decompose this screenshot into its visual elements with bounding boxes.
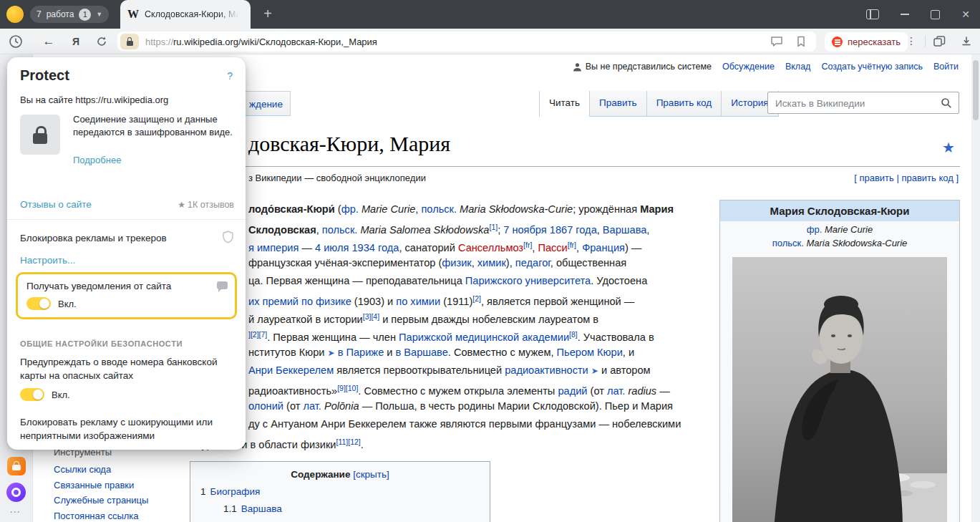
wiki-link[interactable]: польск.: [322, 224, 358, 236]
wiki-link[interactable]: Парижского университета: [465, 275, 591, 286]
red-link[interactable]: Пасси: [538, 242, 567, 253]
tab-edit[interactable]: Править: [589, 91, 646, 116]
new-tab-button[interactable]: +: [258, 4, 278, 24]
wiki-link[interactable]: их премий по физике: [248, 296, 351, 307]
tab-read[interactable]: Читать: [539, 91, 589, 117]
search-icon[interactable]: [941, 97, 952, 109]
browser-tab-active[interactable]: W Склодовская-Кюри, Ма: [120, 0, 251, 29]
sidebar-link-special[interactable]: Служебные страницы: [54, 495, 148, 506]
section-edit-links[interactable]: [ править | править код ]: [854, 173, 959, 183]
ref-sup[interactable]: [3][4]: [363, 312, 379, 321]
shield-icon[interactable]: [222, 231, 234, 243]
link-login[interactable]: Войти: [933, 62, 959, 72]
close-icon[interactable]: ✕: [961, 9, 970, 19]
wiki-link[interactable]: радиоактивности: [505, 364, 588, 376]
toc-hide-link[interactable]: [скрыть]: [353, 469, 389, 480]
text-run: й лауреаткой в истории: [248, 314, 363, 325]
bank-warning-toggle[interactable]: [20, 388, 44, 401]
wiki-link[interactable]: Варшава: [603, 224, 647, 236]
wiki-link[interactable]: Анри Беккерелем: [248, 364, 334, 376]
wiki-link[interactable]: лат.: [303, 400, 321, 412]
bookmark-flag-icon[interactable]: [796, 36, 806, 47]
site-reviews-link[interactable]: Отзывы о сайте: [20, 199, 92, 210]
red-link[interactable]: Санселльмоз: [458, 242, 523, 253]
wiki-link[interactable]: Парижской медицинской академии: [399, 332, 569, 343]
download-icon[interactable]: [959, 34, 974, 49]
sidebar-link-related[interactable]: Связанные правки: [54, 480, 134, 490]
ref-sup[interactable]: [11][12]: [336, 438, 361, 446]
side-panel-icon[interactable]: [866, 9, 879, 19]
market-app-icon[interactable]: [7, 457, 26, 475]
wiki-link[interactable]: 4 июля: [315, 242, 349, 253]
sidebar-link-whatlinkshere[interactable]: Ссылки сюда: [54, 464, 111, 475]
goto-arrow-icon[interactable]: ➤: [591, 366, 598, 376]
ref-sup[interactable]: [8]: [569, 330, 578, 339]
alice-assistant-icon[interactable]: [6, 483, 26, 502]
security-section-header: ОБЩИЕ НАСТРОЙКИ БЕЗОПАСНОСТИ: [20, 339, 183, 348]
wiki-link[interactable]: Пьером Кюри: [557, 347, 623, 358]
wiki-link[interactable]: 1867 года: [550, 224, 597, 236]
address-bar[interactable]: https://ru.wikipedia.org/wiki/Склодовска…: [117, 32, 816, 52]
scrollbar-thumb[interactable]: [973, 60, 979, 120]
ref-sup[interactable]: ][2][7]: [248, 330, 267, 339]
ref-sup[interactable]: [2]: [472, 294, 481, 303]
bag-icon: [12, 465, 21, 470]
ref-sup[interactable]: [fr]: [568, 241, 576, 249]
wiki-link[interactable]: 1934 года: [351, 242, 399, 253]
yandex-button[interactable]: Я: [69, 34, 83, 49]
link-contributions[interactable]: Вклад: [785, 62, 811, 72]
wiki-link[interactable]: в Париже: [338, 347, 384, 358]
maximize-icon[interactable]: [931, 10, 940, 19]
tab-edit-source[interactable]: Править код: [646, 91, 722, 116]
article-line: олоний (от лат. Polōnia — Польша, в чест…: [190, 397, 719, 415]
comment-bubble-icon[interactable]: [770, 36, 783, 47]
back-arrow-icon[interactable]: ←: [42, 34, 56, 49]
notification-bubble-icon[interactable]: [217, 281, 228, 289]
ref-sup[interactable]: [1]: [489, 223, 498, 231]
tab-group[interactable]: 7 работа 1 ▼: [30, 6, 109, 23]
ref-sup[interactable]: [9][10]: [337, 384, 358, 392]
help-button[interactable]: ?: [227, 70, 233, 82]
portrait-photo: [732, 257, 947, 522]
wiki-link[interactable]: педагог: [515, 257, 550, 269]
text-run: (: [335, 203, 341, 215]
wiki-link[interactable]: лат.: [607, 385, 625, 397]
wiki-link[interactable]: радий: [558, 385, 587, 397]
retell-button[interactable]: пересказать: [825, 32, 908, 52]
page-scrollbar[interactable]: [971, 54, 980, 522]
more-apps-icon[interactable]: ⋯: [9, 506, 20, 518]
toc-link-biography[interactable]: Биография: [210, 486, 261, 497]
goto-arrow-icon[interactable]: ➤: [328, 348, 335, 358]
kebab-menu-icon[interactable]: ⋮: [906, 35, 916, 47]
notifications-toggle[interactable]: [26, 297, 51, 310]
reload-icon[interactable]: [94, 34, 109, 49]
anon-user[interactable]: Вы не представились системе: [573, 62, 712, 72]
ref-sup[interactable]: [fr]: [523, 241, 532, 249]
protect-lock-button[interactable]: [120, 34, 139, 49]
wiki-link[interactable]: 7 ноября: [503, 224, 546, 236]
minimize-icon[interactable]: [901, 14, 909, 15]
watch-star-icon[interactable]: ★: [942, 139, 955, 156]
history-clock-icon[interactable]: [9, 34, 23, 49]
toc-link-warsaw[interactable]: Варшава: [241, 503, 282, 514]
wiki-link[interactable]: Франция: [582, 242, 625, 253]
wiki-link[interactable]: польск.: [421, 203, 457, 215]
text-run: —: [299, 242, 315, 253]
wiki-link[interactable]: я империя: [248, 242, 299, 253]
link-talk[interactable]: Обсуждение: [722, 62, 775, 72]
wiki-link[interactable]: олоний: [248, 400, 283, 412]
wiki-link[interactable]: в Варшаве: [396, 347, 448, 358]
search-input[interactable]: [774, 93, 941, 114]
article-line: Анри Беккерелем является первооткрывател…: [190, 362, 719, 380]
tabs-panel-icon[interactable]: [932, 34, 946, 49]
sidebar-link-permanent[interactable]: Постоянная ссылка: [54, 511, 139, 521]
wiki-link[interactable]: по химии: [396, 296, 440, 307]
wiki-link[interactable]: фр.: [341, 203, 359, 215]
wiki-link[interactable]: физик: [442, 257, 471, 269]
details-link[interactable]: Подробнее: [73, 155, 121, 165]
profile-avatar[interactable]: [6, 6, 24, 23]
link-create-account[interactable]: Создать учётную запись: [821, 62, 923, 72]
wiki-link[interactable]: химик: [477, 257, 506, 269]
infobox-polish-name: польск. Maria Skłodowska-Curie: [720, 238, 959, 248]
configure-link[interactable]: Настроить...: [20, 255, 75, 266]
